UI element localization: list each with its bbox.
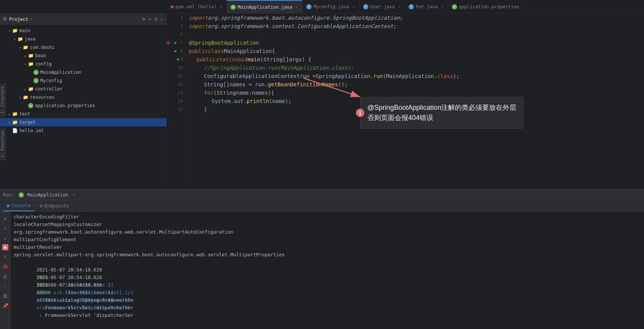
- tab-pet-close[interactable]: ×: [441, 4, 444, 9]
- static-kw-9: static: [216, 55, 235, 64]
- var-12: names = run.: [229, 80, 268, 89]
- gutter-9: ▶ 9: [167, 55, 185, 64]
- tree-config-label: config: [35, 61, 52, 67]
- tree-controller-arrow: [23, 87, 28, 91]
- tree-main[interactable]: 📁 main: [0, 27, 166, 35]
- gutter-15: 15: [167, 105, 185, 114]
- tree-main-label: main: [19, 28, 30, 33]
- spring-gutter-7: ▶: [173, 40, 179, 46]
- main-area: ☰ Project ▾ ⊕ ⇔ ⚙ — 1: Structure 2: Favo…: [0, 14, 644, 189]
- arr-12: []: [223, 80, 230, 89]
- gutter-11: 11: [167, 72, 185, 80]
- pom-icon: m: [171, 4, 174, 9]
- sidebar-collapse-icon[interactable]: ⇔: [149, 16, 152, 22]
- bottom-panel: Run: ✿ MainApplication × ▣ Console ⊞ End…: [0, 189, 644, 329]
- code-editor[interactable]: 4 5 6 🐞 ▶ 7 ▶ 8 ▶ 9: [167, 14, 644, 189]
- tree-mainapplication[interactable]: ✿ MainApplication: [0, 68, 166, 76]
- sidebar-title: ☰ Project ▾: [3, 17, 33, 22]
- tree-config[interactable]: 📁 config: [0, 60, 166, 68]
- console-line-1: characterEncodingFilter: [14, 213, 641, 221]
- myconfig-file-icon: ✿: [33, 78, 39, 83]
- code-line-11: ConfigurableApplicationContext run = Spr…: [189, 72, 644, 80]
- sidebar-globe-icon[interactable]: ⊕: [143, 16, 146, 22]
- tree-target[interactable]: 📁 target: [0, 118, 166, 126]
- tab-endpoints[interactable]: ⊞ Endpoints: [36, 201, 73, 211]
- tab-main-label: MainApplication.java: [238, 5, 293, 10]
- line-num-9: 9: [180, 55, 183, 64]
- tab-pet[interactable]: C Pet.java ×: [405, 0, 448, 14]
- run-gutter-8[interactable]: ▶: [173, 48, 179, 54]
- tooltip-line2: 否则页面会报404错误: [367, 113, 516, 123]
- endpoints-tab-label: Endpoints: [44, 203, 69, 209]
- scroll-up-btn[interactable]: ↑: [2, 225, 9, 232]
- run-left-icons: ↺ ↑ ↓ ■ ↑ 🐞 🖨 ⋮ 🗑 📌: [0, 212, 11, 329]
- trash-btn[interactable]: 🗑: [2, 292, 9, 299]
- tab-console[interactable]: ▣ Console: [3, 201, 34, 211]
- tab-pom[interactable]: m pom.xml (hello) ×: [167, 0, 227, 14]
- gutter-10: 10: [167, 64, 185, 72]
- semi-5: ;: [393, 22, 396, 30]
- mainapplication-icon: ✿: [33, 70, 39, 75]
- scroll-down-btn[interactable]: ↓: [2, 234, 9, 242]
- tab-myconfig[interactable]: C Myconfig.java ×: [302, 0, 359, 14]
- print-btn[interactable]: 🖨: [2, 272, 9, 280]
- paren-9: (: [260, 55, 263, 64]
- user-icon: C: [363, 4, 368, 9]
- paren2-9: ) {: [302, 55, 311, 64]
- tab-myconfig-close[interactable]: ×: [353, 4, 355, 9]
- debug-btn[interactable]: 🐞: [2, 262, 9, 270]
- iml-icon: 📄: [12, 128, 18, 133]
- run-gutter-7[interactable]: 🐞: [167, 40, 171, 46]
- tree-hello-iml[interactable]: 📄 hello.iml: [0, 126, 166, 135]
- test-folder-icon: 📁: [12, 111, 18, 117]
- mainapp-11: MainApplication: [386, 72, 434, 80]
- sidebar-title-text: Project: [9, 17, 28, 22]
- tree-mainapplication-label: MainApplication: [40, 70, 81, 75]
- var-13: name:: [236, 89, 252, 97]
- tree-myconfig-label: Myconfig: [40, 78, 62, 83]
- tree-test[interactable]: 📁 test: [0, 110, 166, 118]
- run-close-btn[interactable]: ×: [73, 192, 75, 197]
- tree-resources-arrow: [17, 95, 23, 100]
- restart-btn[interactable]: ↺: [2, 215, 9, 222]
- tab-appprops[interactable]: ✿ application.properties: [448, 0, 523, 14]
- tab-pom-close[interactable]: ×: [220, 4, 223, 9]
- pet-icon: C: [409, 4, 414, 9]
- console-line-2: localeCharsetMappingsCustomizer: [14, 221, 641, 228]
- stop-btn[interactable]: ■: [2, 244, 8, 250]
- sidebar-minimize-icon[interactable]: —: [160, 16, 163, 22]
- sidebar-settings-icon[interactable]: ⚙: [154, 16, 157, 22]
- tree-resources[interactable]: 📁 resources: [0, 93, 166, 101]
- tree-appprops[interactable]: ✿ application.properties: [0, 101, 166, 110]
- tab-main-close[interactable]: ×: [296, 5, 298, 9]
- tab-user[interactable]: C User.java ×: [359, 0, 405, 14]
- public-kw-9: public: [196, 55, 216, 64]
- structure-tab[interactable]: 1: Structure: [0, 84, 6, 116]
- end-11: );: [453, 72, 460, 80]
- void-kw-9: void: [235, 55, 248, 64]
- filter-btn[interactable]: ⋮: [2, 282, 9, 290]
- favorites-tab[interactable]: 2: Favorites: [0, 128, 6, 160]
- tree-controller[interactable]: 📁 controller: [0, 85, 166, 93]
- tree-test-arrow: [7, 112, 12, 116]
- tree-target-arrow: [7, 120, 12, 125]
- line-num-5: 5: [180, 22, 183, 30]
- arrow-up-btn[interactable]: ↑: [2, 253, 9, 260]
- link-9: o.s.web.servlet.DispatcherServlet: [36, 305, 150, 310]
- tab-user-label: User.java: [370, 4, 395, 9]
- type-12: String: [204, 80, 223, 89]
- brace-8: {: [272, 47, 275, 55]
- tree-java[interactable]: 📁 java: [0, 35, 166, 43]
- pin-btn[interactable]: 📌: [2, 302, 9, 309]
- tree-myconfig[interactable]: ✿ Myconfig: [0, 76, 166, 85]
- tree-target-label: target: [19, 120, 36, 125]
- tab-main[interactable]: ✿ MainApplication.java ×: [227, 0, 302, 14]
- tree-bean[interactable]: 📁 bean: [0, 51, 166, 60]
- appprops-file-icon: ✿: [28, 103, 33, 108]
- tree-hello-iml-label: hello.iml: [19, 128, 44, 133]
- run-app-name[interactable]: ✿ MainApplication: [19, 192, 68, 198]
- java-folder-icon: 📁: [17, 36, 23, 42]
- tab-user-close[interactable]: ×: [398, 4, 401, 9]
- tree-com-dashi[interactable]: 📁 com.dashi: [0, 43, 166, 51]
- console-icon: ▣: [7, 203, 9, 208]
